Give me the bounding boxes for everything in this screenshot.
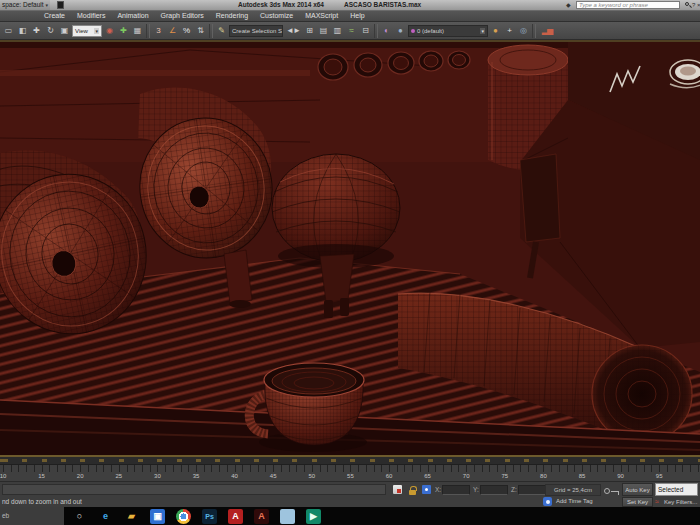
graphite-ribbon-icon[interactable]: ▥	[331, 24, 344, 37]
curve-editor-icon[interactable]: ≈	[345, 24, 358, 37]
photoshop-icon[interactable]: Ps	[202, 509, 217, 524]
material-editor-icon[interactable]: ◐	[380, 24, 393, 37]
search-icon[interactable]	[685, 2, 689, 6]
selection-filter-dropdown[interactable]: Selected	[655, 483, 698, 496]
app-title: Autodesk 3ds Max 2014 x64	[238, 0, 324, 10]
render-production-icon[interactable]: ●	[489, 24, 502, 37]
timeline-frame-label: 95	[656, 473, 663, 479]
dial-knob[interactable]	[419, 51, 443, 71]
select-and-move-icon[interactable]: ✚	[30, 24, 43, 37]
edit-named-selections-icon[interactable]: ✎	[215, 24, 228, 37]
cortana-icon[interactable]: ○	[72, 509, 87, 524]
select-and-scale-icon[interactable]: ▣	[58, 24, 71, 37]
layer-dropdown[interactable]: 0 (default)▾	[408, 25, 488, 37]
render-history-chart-icon[interactable]: ▂▅	[538, 24, 556, 37]
render-setup-icon[interactable]: ●	[394, 24, 407, 37]
menu-item-create[interactable]: Create	[38, 10, 71, 22]
title-bar: space: Default ▾ Autodesk 3ds Max 2014 x…	[0, 0, 700, 10]
menu-item-animation[interactable]: Animation	[111, 10, 154, 22]
keyboard-override-icon[interactable]: ▦	[131, 24, 144, 37]
search-input[interactable]: Type a keyword or phrase	[576, 1, 680, 9]
toolbar-separator	[532, 24, 536, 38]
schematic-view-icon[interactable]: ⊟	[359, 24, 372, 37]
snap-toggle-3d-icon[interactable]: 3	[152, 24, 165, 37]
selection-lock-icon[interactable]	[409, 490, 416, 495]
timeline-frame-label: 50	[308, 473, 315, 479]
file-explorer-icon[interactable]: ▰	[124, 509, 139, 524]
select-region-icon[interactable]: ▭	[2, 24, 15, 37]
photo-viewer-icon[interactable]	[280, 509, 295, 524]
app-icon	[57, 1, 64, 9]
set-key-button[interactable]: Set Key	[622, 497, 653, 507]
align-icon[interactable]: ⊞	[303, 24, 316, 37]
timeline-ruler[interactable]: 101520253035404550556065707580859095	[0, 464, 700, 481]
chevron-down-icon: ▾	[45, 2, 48, 8]
render-iterative-icon[interactable]: +	[503, 24, 516, 37]
spinner-snap-icon[interactable]: ⇅	[194, 24, 207, 37]
help-icon[interactable]: ?	[692, 0, 695, 10]
key-filters-button[interactable]: Key Filters...	[664, 499, 697, 505]
workspace-dropdown[interactable]: space: Default ▾	[0, 0, 50, 10]
key-filters-wave-icon: ≈	[655, 498, 659, 505]
add-time-tag-label[interactable]: Add Time Tag	[556, 498, 593, 504]
angle-snap-icon[interactable]: ∠	[166, 24, 179, 37]
x-coordinate-label: X:	[435, 486, 441, 493]
prompt-bar: nd down to zoom in and out Add Time Tag …	[0, 497, 700, 507]
autocad-icon[interactable]: A	[254, 509, 269, 524]
dial-knob[interactable]	[388, 52, 414, 74]
menu-item-graph-editors[interactable]: Graph Editors	[155, 10, 210, 22]
layer-manager-icon[interactable]: ▤	[317, 24, 330, 37]
timeline-ticks	[0, 465, 700, 472]
status-prompt-text: nd down to zoom in and out	[2, 498, 82, 505]
toolbar-separator	[209, 24, 213, 38]
media-app-icon[interactable]: ▶	[306, 509, 321, 524]
espresso-cup[interactable]	[249, 363, 367, 452]
workspace-label: space: Default	[2, 1, 44, 8]
listener-field[interactable]	[2, 484, 386, 495]
percent-snap-icon[interactable]: %	[180, 24, 193, 37]
edge-browser-icon[interactable]: e	[98, 509, 113, 524]
menu-item-help[interactable]: Help	[344, 10, 370, 22]
auto-key-button[interactable]: Auto Key	[622, 483, 653, 496]
windows-taskbar: eb ○e▰▣PsAA▶	[0, 507, 700, 525]
select-and-manipulate-icon[interactable]: ✚	[117, 24, 130, 37]
set-keys-key-icon[interactable]	[604, 488, 620, 497]
select-and-rotate-icon[interactable]: ↻	[44, 24, 57, 37]
dial-knob[interactable]	[318, 54, 348, 80]
reference-coordinate-dropdown[interactable]: View▾	[72, 25, 102, 37]
dial-knob[interactable]	[354, 53, 382, 77]
track-bar[interactable]	[0, 457, 700, 464]
infocenter-mark-icon: ◆	[566, 0, 571, 10]
photos-app-icon[interactable]: ▣	[150, 509, 165, 524]
select-object-icon[interactable]: ◧	[16, 24, 29, 37]
perspective-viewport[interactable]	[0, 40, 700, 455]
mirror-icon[interactable]: ◄►	[284, 24, 302, 37]
dial-knob[interactable]	[448, 51, 470, 69]
timeline-frame-label: 15	[38, 473, 45, 479]
time-tag-icon[interactable]	[543, 497, 552, 506]
menu-item-modifiers[interactable]: Modifiers	[71, 10, 111, 22]
render-region-icon[interactable]: ◎	[517, 24, 530, 37]
taskbar-search-box[interactable]: eb	[0, 507, 64, 525]
toolbar-separator	[146, 24, 150, 38]
timeline-frame-label: 40	[231, 473, 238, 479]
status-bar: X: Y: Z: Grid = 25,4cm Auto Key Selected	[0, 481, 700, 497]
use-pivot-point-icon[interactable]: ◉	[103, 24, 116, 37]
timeline-frame-label: 60	[386, 473, 393, 479]
acrobat-icon[interactable]: A	[228, 509, 243, 524]
y-coordinate-field[interactable]	[480, 485, 508, 495]
timeline-frame-label: 75	[501, 473, 508, 479]
absolute-mode-icon[interactable]	[422, 485, 431, 494]
menu-item-customize[interactable]: Customize	[254, 10, 299, 22]
document-title: ASCASO BARISTAS.max	[344, 0, 421, 10]
transform-gizmo-toggle-icon[interactable]	[393, 485, 402, 494]
menu-item-maxscript[interactable]: MAXScript	[299, 10, 344, 22]
x-coordinate-field[interactable]	[442, 485, 470, 495]
z-coordinate-label: Z:	[511, 486, 517, 493]
timeline-frame-label: 30	[154, 473, 161, 479]
timeline-frame-label: 55	[347, 473, 354, 479]
z-coordinate-field[interactable]	[518, 485, 546, 495]
menu-item-rendering[interactable]: Rendering	[210, 10, 254, 22]
named-selection-set-dropdown[interactable]: Create Selection Set▾	[229, 25, 283, 37]
chrome-icon[interactable]	[176, 509, 191, 524]
